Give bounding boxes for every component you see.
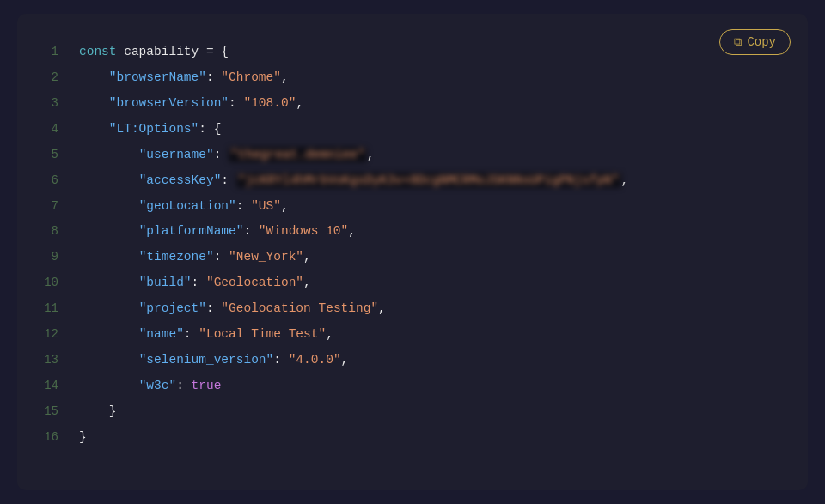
punctuation-token	[79, 148, 139, 161]
key-token: "geoLocation"	[139, 199, 236, 213]
table-row: 15 }	[17, 399, 808, 425]
punctuation-token: :	[192, 276, 206, 289]
line-number: 2	[31, 68, 58, 88]
redacted-token: "jcKRYl4hMrbVoKgsDyK3v+8DcgNMCRMoJSKNNsU…	[236, 173, 621, 188]
line-number: 7	[31, 197, 58, 216]
string-token: "Windows 10"	[259, 224, 348, 238]
line-number: 13	[31, 350, 58, 370]
keyword-token: const	[79, 45, 124, 58]
line-number: 12	[31, 325, 58, 344]
punctuation-token	[79, 173, 139, 187]
punctuation-token: ,	[326, 327, 333, 341]
punctuation-token: :	[236, 199, 251, 213]
punctuation-token: :	[229, 96, 243, 110]
table-row: 5 "username": "thegreat.demniee",	[17, 143, 808, 168]
table-row: 13 "selenium_version": "4.0.0",	[17, 348, 808, 373]
boolean-token: true	[192, 379, 222, 392]
line-number: 10	[31, 273, 58, 293]
punctuation-token: ,	[303, 250, 311, 264]
punctuation-token: ,	[281, 70, 289, 84]
copy-label: Copy	[747, 35, 776, 49]
line-number: 3	[31, 94, 58, 113]
code-text: "LT:Options": {	[79, 119, 221, 140]
string-token: "4.0.0"	[289, 353, 341, 367]
punctuation-token	[79, 250, 139, 264]
code-text: "accessKey": "jcKRYl4hMrbVoKgsDyK3v+8Dcg…	[79, 171, 628, 191]
code-text: "geoLocation": "US",	[79, 197, 289, 217]
table-row: 6 "accessKey": "jcKRYl4hMrbVoKgsDyK3v+8D…	[17, 168, 808, 194]
code-text: "project": "Geolocation Testing",	[79, 299, 386, 319]
key-token: "browserVersion"	[109, 96, 229, 110]
code-text: const capability = {	[79, 42, 229, 63]
line-number: 6	[31, 171, 58, 191]
line-number: 1	[31, 42, 58, 62]
punctuation-token: :	[214, 250, 229, 264]
code-text: }	[79, 402, 117, 422]
code-text: "build": "Geolocation",	[79, 273, 311, 294]
punctuation-token: ,	[303, 276, 311, 289]
key-token: "browserName"	[109, 70, 206, 84]
code-text: "browserVersion": "108.0",	[79, 94, 303, 114]
code-text: "name": "Local Time Test",	[79, 325, 333, 345]
line-number: 11	[31, 299, 58, 319]
punctuation-token: ,	[341, 353, 349, 367]
key-token: "username"	[139, 148, 214, 161]
table-row: 14 "w3c": true	[17, 373, 808, 399]
punctuation-token: :	[206, 70, 221, 84]
punctuation-token: :	[184, 327, 199, 341]
key-token: "LT:Options"	[109, 122, 199, 136]
table-row: 7 "geoLocation": "US",	[17, 194, 808, 220]
punctuation-token: :	[206, 301, 221, 315]
punctuation-token	[79, 276, 139, 289]
punctuation-token: = {	[199, 45, 229, 58]
string-token: "New_York"	[229, 250, 303, 264]
key-token: "name"	[139, 327, 184, 341]
punctuation-token	[79, 224, 139, 238]
table-row: 10 "build": "Geolocation",	[17, 270, 808, 296]
line-number: 8	[31, 222, 58, 241]
table-row: 9 "timezone": "New_York",	[17, 245, 808, 270]
code-text: "browserName": "Chrome",	[79, 68, 289, 88]
key-token: "timezone"	[139, 250, 214, 264]
line-number: 5	[31, 145, 58, 165]
punctuation-token	[79, 199, 139, 213]
string-token: "Geolocation Testing"	[221, 301, 378, 315]
redacted-token: "thegreat.demniee"	[229, 147, 367, 162]
punctuation-token	[79, 301, 139, 315]
variable-token: capability	[124, 45, 199, 58]
string-token: "US"	[251, 199, 281, 213]
punctuation-token	[79, 327, 139, 341]
code-text: "selenium_version": "4.0.0",	[79, 350, 348, 371]
table-row: 12 "name": "Local Time Test",	[17, 322, 808, 348]
code-lines: 1const capability = {2 "browserName": "C…	[17, 39, 808, 451]
line-number: 16	[31, 428, 58, 447]
punctuation-token: ,	[348, 224, 356, 238]
punctuation-token: :	[273, 353, 288, 367]
punctuation-token: ,	[367, 148, 375, 161]
line-number: 15	[31, 402, 58, 422]
code-text: "username": "thegreat.demniee",	[79, 145, 374, 166]
punctuation-token	[79, 70, 109, 84]
code-block: ⧉ Copy 1const capability = {2 "browserNa…	[17, 14, 808, 490]
string-token: "Geolocation"	[206, 276, 303, 289]
punctuation-token: :	[243, 224, 258, 238]
table-row: 3 "browserVersion": "108.0",	[17, 91, 808, 117]
string-token: "108.0"	[243, 96, 296, 110]
key-token: "platformName"	[139, 224, 244, 238]
punctuation-token: :	[221, 173, 235, 187]
key-token: "project"	[139, 301, 206, 315]
copy-button[interactable]: ⧉ Copy	[719, 29, 791, 55]
code-text: "w3c": true	[79, 376, 221, 397]
punctuation-token: }	[79, 404, 117, 418]
line-number: 4	[31, 119, 58, 139]
punctuation-token: :	[176, 379, 191, 392]
line-number: 9	[31, 247, 58, 267]
punctuation-token: ,	[378, 301, 386, 315]
string-token: "Chrome"	[221, 70, 281, 84]
table-row: 1const capability = {	[17, 39, 808, 65]
table-row: 16}	[17, 425, 808, 451]
punctuation-token	[79, 122, 109, 136]
punctuation-token: : {	[199, 122, 221, 136]
key-token: "w3c"	[139, 379, 177, 392]
key-token: "build"	[139, 276, 192, 289]
